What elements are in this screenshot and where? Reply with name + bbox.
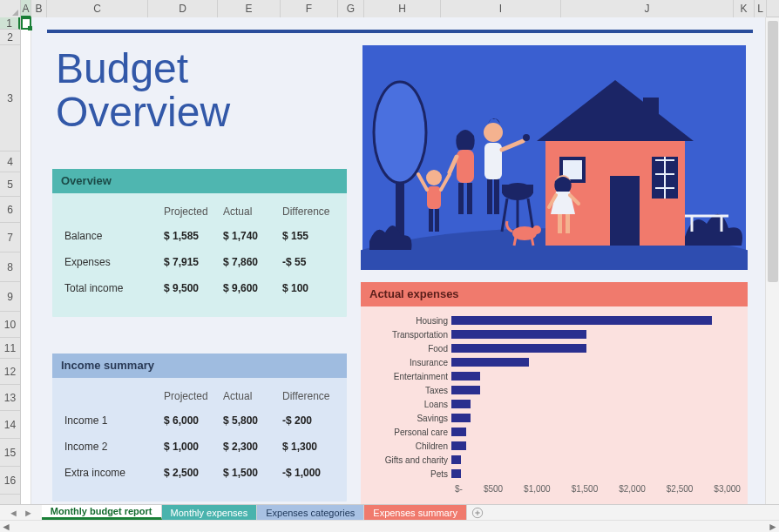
row-header-12[interactable]: 12 [0,359,20,385]
svg-rect-25 [487,179,492,214]
vertical-scrollbar[interactable] [765,17,779,504]
sheet-tab[interactable]: Expenses summary [364,505,467,520]
column-header-D[interactable]: D [148,0,218,17]
table-header: Difference [279,385,338,407]
add-sheet-button[interactable] [467,505,488,520]
row-header-7[interactable]: 7 [0,223,20,253]
sheet-tab[interactable]: Expenses categories [257,505,364,520]
svg-rect-30 [457,150,474,183]
active-cell[interactable] [21,17,31,30]
column-header-G[interactable]: G [338,0,364,17]
select-all-corner[interactable] [0,0,21,17]
row-header-2[interactable]: 2 [0,30,20,45]
scroll-right-icon[interactable]: ► [767,521,779,533]
cell-difference: $ 1,300 [279,434,338,460]
column-headers: ABCDEFGHIJKL [0,0,779,17]
worksheet-area[interactable]: Budget Overview Overview ProjectedActual… [21,17,765,504]
chart-bar [451,428,466,436]
horizontal-scroll-track[interactable] [24,522,755,532]
chart-bar [451,455,461,464]
cell-projected: $ 1,585 [160,223,220,249]
chart-tick-label: $1,500 [572,484,599,494]
expenses-panel: Actual expenses HousingTransportationFoo… [361,282,748,504]
cell-difference: -$ 55 [279,249,338,275]
svg-rect-31 [458,183,464,214]
sheet-tab[interactable]: Monthly budget report [42,505,162,520]
chart-category-label: Transportation [368,330,451,340]
row-header-15[interactable]: 15 [0,439,20,467]
row-header-14[interactable]: 14 [0,411,20,439]
row-header-6[interactable]: 6 [0,197,20,223]
column-header-K[interactable]: K [734,0,755,17]
overview-panel: Overview ProjectedActualDifference Balan… [52,169,347,317]
column-header-I[interactable]: I [441,0,561,17]
title-line-2: Overview [56,89,230,135]
column-header-A[interactable]: A [21,0,31,17]
row-header-8[interactable]: 8 [0,253,20,282]
row-header-1[interactable]: 1 [0,17,20,30]
chart-row: Gifts and charity [368,453,741,467]
title-line-1: Budget [56,45,188,91]
row-header-16[interactable]: 16 [0,467,20,495]
sheet-tab[interactable]: Monthly expenses [162,505,258,520]
chart-tick-label: $500 [484,484,503,494]
tab-nav-buttons[interactable]: ◄ ► [0,505,42,520]
chart-row: Taxes [368,383,741,397]
hero-illustration [361,45,748,270]
row-headers: 12345678910111213141516 [0,17,21,504]
column-header-F[interactable]: F [281,0,338,17]
row-header-4[interactable]: 4 [0,152,20,172]
row-label: Income 2 [61,434,160,460]
chart-tick-label: $2,000 [619,484,646,494]
column-header-H[interactable]: H [364,0,441,17]
svg-rect-35 [427,186,441,209]
cell-projected: $ 6,000 [160,407,220,434]
tab-nav-next-icon[interactable]: ► [24,508,33,518]
row-header-9[interactable]: 9 [0,282,20,312]
row-header-3[interactable]: 3 [0,45,20,152]
cell-actual: $ 1,740 [220,223,279,249]
row-header-10[interactable]: 10 [0,312,20,338]
chart-tick-label: $2,500 [667,484,694,494]
column-header-J[interactable]: J [561,0,734,17]
cell-projected: $ 9,500 [160,275,220,301]
chart-category-label: Personal care [368,428,451,437]
cell-difference: -$ 1,000 [279,460,338,486]
overview-panel-title: Overview [52,169,347,193]
row-label: Total income [61,275,160,301]
cell-projected: $ 1,000 [160,434,220,460]
income-panel: Income summary ProjectedActualDifference… [52,354,347,502]
svg-rect-38 [429,209,433,232]
svg-rect-26 [494,179,499,214]
chart-category-label: Insurance [368,358,451,367]
svg-rect-42 [566,214,570,233]
chart-row: Children [368,439,741,453]
chart-tick-label: $- [455,484,463,494]
row-label: Balance [61,223,160,249]
row-header-11[interactable]: 11 [0,338,20,359]
chart-row: Savings [368,411,741,425]
chart-bar [451,400,471,408]
cell-actual: $ 5,800 [220,407,279,434]
sheet-tab-bar: ◄ ► Monthly budget reportMonthly expense… [0,504,779,520]
column-header-C[interactable]: C [47,0,148,17]
cell-actual: $ 1,500 [220,460,279,486]
row-header-5[interactable]: 5 [0,172,20,197]
tab-nav-prev-icon[interactable]: ◄ [9,508,18,518]
chart-row: Food [368,341,741,355]
cell-projected: $ 7,915 [160,249,220,275]
svg-point-46 [532,226,541,234]
cell-actual: $ 9,600 [220,275,279,301]
table-header: Actual [220,385,279,407]
chart-bar [451,386,480,394]
row-header-13[interactable]: 13 [0,385,20,411]
column-header-E[interactable]: E [218,0,281,17]
vertical-scroll-thumb[interactable] [768,21,778,282]
chart-tick-label: $1,000 [524,484,551,494]
scroll-left-icon[interactable]: ◄ [0,521,12,533]
chart-category-label: Taxes [368,386,451,395]
table-row: Total income$ 9,500$ 9,600$ 100 [61,275,338,301]
horizontal-scrollbar[interactable]: ◄ ► [0,520,779,532]
column-header-L[interactable]: L [755,0,767,17]
column-header-B[interactable]: B [31,0,47,17]
